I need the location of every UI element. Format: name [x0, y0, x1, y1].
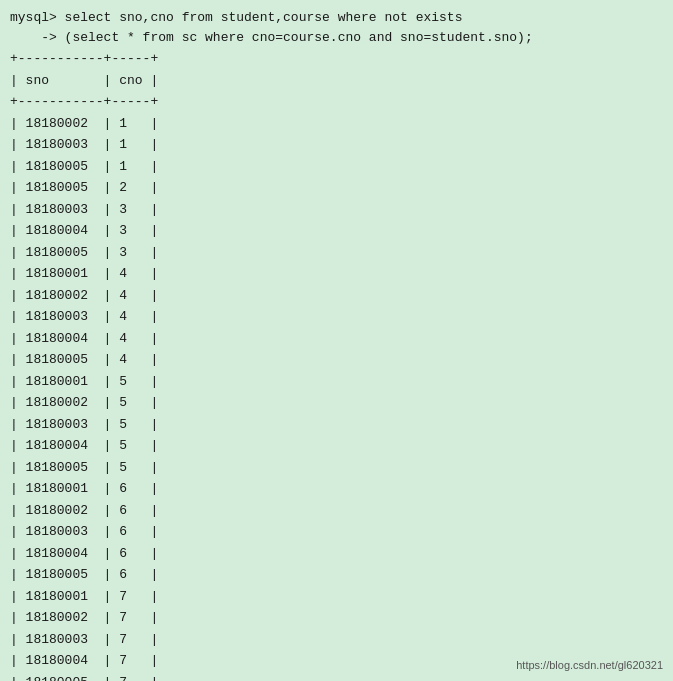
table-separator-top: +-----------+-----+: [10, 49, 663, 69]
command-line-1: mysql> select sno,cno from student,cours…: [10, 8, 663, 28]
watermark: https://blog.csdn.net/gl620321: [516, 659, 663, 671]
table-row: | 18180005 | 5 |: [10, 458, 663, 478]
table-row: | 18180001 | 6 |: [10, 479, 663, 499]
table-row: | 18180004 | 3 |: [10, 221, 663, 241]
table-row: | 18180005 | 6 |: [10, 565, 663, 585]
table-row: | 18180004 | 5 |: [10, 436, 663, 456]
table-row: | 18180005 | 3 |: [10, 243, 663, 263]
table-row: | 18180001 | 7 |: [10, 587, 663, 607]
table-row: | 18180001 | 4 |: [10, 264, 663, 284]
table-row: | 18180005 | 7 |: [10, 673, 663, 682]
table-row: | 18180005 | 2 |: [10, 178, 663, 198]
command-line-2: -> (select * from sc where cno=course.cn…: [10, 28, 663, 48]
terminal-window: mysql> select sno,cno from student,cours…: [0, 0, 673, 681]
table-row: | 18180004 | 4 |: [10, 329, 663, 349]
table-row: | 18180003 | 4 |: [10, 307, 663, 327]
table-header: | sno | cno |: [10, 71, 663, 91]
table-rows: | 18180002 | 1 || 18180003 | 1 || 181800…: [10, 114, 663, 682]
table-row: | 18180002 | 7 |: [10, 608, 663, 628]
table-row: | 18180002 | 4 |: [10, 286, 663, 306]
table-row: | 18180003 | 1 |: [10, 135, 663, 155]
table-row: | 18180003 | 5 |: [10, 415, 663, 435]
table-row: | 18180005 | 1 |: [10, 157, 663, 177]
table-row: | 18180002 | 5 |: [10, 393, 663, 413]
table-separator-mid: +-----------+-----+: [10, 92, 663, 112]
table-row: | 18180003 | 6 |: [10, 522, 663, 542]
table-row: | 18180002 | 1 |: [10, 114, 663, 134]
table-row: | 18180002 | 6 |: [10, 501, 663, 521]
table-row: | 18180005 | 4 |: [10, 350, 663, 370]
table-row: | 18180003 | 7 |: [10, 630, 663, 650]
table-row: | 18180003 | 3 |: [10, 200, 663, 220]
table-row: | 18180004 | 6 |: [10, 544, 663, 564]
table-row: | 18180001 | 5 |: [10, 372, 663, 392]
